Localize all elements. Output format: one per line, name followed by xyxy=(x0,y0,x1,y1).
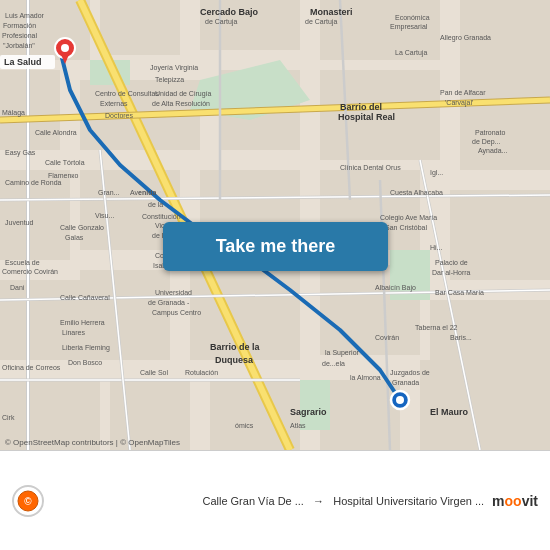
svg-text:Atlas: Atlas xyxy=(290,422,306,429)
map-container: Monasteri de Cartuja Cercado Bajo de Car… xyxy=(0,0,550,450)
svg-rect-16 xyxy=(430,300,550,380)
svg-text:Liberia Fleming: Liberia Fleming xyxy=(62,344,110,352)
svg-text:Pan de Alfacar: Pan de Alfacar xyxy=(440,89,486,96)
svg-text:Baris...: Baris... xyxy=(450,334,472,341)
svg-text:Málaga: Málaga xyxy=(2,109,25,117)
svg-text:Emilio Herrera: Emilio Herrera xyxy=(60,319,105,326)
svg-rect-1 xyxy=(0,0,90,60)
svg-text:Económica: Económica xyxy=(395,14,430,21)
svg-text:Doctores: Doctores xyxy=(105,112,134,119)
svg-text:Taberna el 22: Taberna el 22 xyxy=(415,324,458,331)
svg-text:Allegro Granada: Allegro Granada xyxy=(440,34,491,42)
svg-text:Monasteri: Monasteri xyxy=(310,7,353,17)
svg-text:© OpenStreetMap contributors |: © OpenStreetMap contributors | © OpenMap… xyxy=(5,438,180,447)
svg-text:Comercio Covirán: Comercio Covirán xyxy=(2,268,58,275)
svg-text:Don Bosco: Don Bosco xyxy=(68,359,102,366)
route-info: Calle Gran Vía De ... → Hospital Univers… xyxy=(52,495,484,507)
svg-text:Patronato: Patronato xyxy=(475,129,505,136)
svg-text:Igl...: Igl... xyxy=(430,169,443,177)
svg-text:Covirán: Covirán xyxy=(375,334,399,341)
svg-text:Centro de Consultas: Centro de Consultas xyxy=(95,90,159,97)
svg-text:Duquesa: Duquesa xyxy=(215,355,254,365)
svg-text:de Alta Resolución: de Alta Resolución xyxy=(152,100,210,107)
from-label: Calle Gran Vía De ... xyxy=(202,495,304,507)
svg-text:Rotulación: Rotulación xyxy=(185,369,218,376)
svg-point-142 xyxy=(396,396,404,404)
svg-text:Clínica Dental Orus: Clínica Dental Orus xyxy=(340,164,401,171)
svg-text:Avenida: Avenida xyxy=(130,189,156,196)
svg-text:Profesional: Profesional xyxy=(2,32,37,39)
svg-text:"Jorbalán": "Jorbalán" xyxy=(3,42,35,49)
svg-text:Easy Gas: Easy Gas xyxy=(5,149,36,157)
svg-text:Gran...: Gran... xyxy=(98,189,119,196)
to-label: Hospital Universitario Virgen ... xyxy=(333,495,484,507)
svg-text:Calle Cañaveral: Calle Cañaveral xyxy=(60,294,110,301)
svg-text:Formación: Formación xyxy=(3,22,36,29)
svg-text:Visu...: Visu... xyxy=(95,212,114,219)
svg-text:'Carvajal': 'Carvajal' xyxy=(445,99,473,107)
svg-text:Escuela de: Escuela de xyxy=(5,259,40,266)
svg-text:La Salud: La Salud xyxy=(4,57,42,67)
svg-text:de Cartuja: de Cartuja xyxy=(205,18,237,26)
svg-text:Palacio de: Palacio de xyxy=(435,259,468,266)
svg-text:Hospital Real: Hospital Real xyxy=(338,112,395,122)
svg-text:Calle Alondra: Calle Alondra xyxy=(35,129,77,136)
svg-text:Aynada...: Aynada... xyxy=(478,147,508,155)
moovit-logo: moovit xyxy=(492,493,538,509)
svg-text:Empresarial: Empresarial xyxy=(390,23,428,31)
bottom-bar: © Calle Gran Vía De ... → Hospital Unive… xyxy=(0,450,550,550)
svg-text:Juzgados de: Juzgados de xyxy=(390,369,430,377)
svg-text:Calle Sol: Calle Sol xyxy=(140,369,168,376)
svg-rect-14 xyxy=(460,70,550,170)
svg-point-134 xyxy=(61,44,69,52)
svg-text:de Granada -: de Granada - xyxy=(148,299,190,306)
svg-text:Juventud: Juventud xyxy=(5,219,34,226)
svg-text:la Almona: la Almona xyxy=(350,374,381,381)
svg-text:Bar Casa María: Bar Casa María xyxy=(435,289,484,296)
svg-text:Albaicín Bajo: Albaicín Bajo xyxy=(375,284,416,292)
svg-text:Sagrario: Sagrario xyxy=(290,407,327,417)
svg-text:Camino de Ronda: Camino de Ronda xyxy=(5,179,62,186)
svg-text:Galas: Galas xyxy=(65,234,84,241)
svg-text:©: © xyxy=(24,496,32,507)
svg-text:Campus Centro: Campus Centro xyxy=(152,309,201,317)
svg-text:de Dep...: de Dep... xyxy=(472,138,500,146)
svg-text:Universidad: Universidad xyxy=(155,289,192,296)
arrow: → xyxy=(313,495,324,507)
svg-text:Luis Amador: Luis Amador xyxy=(5,12,45,19)
svg-text:Externas: Externas xyxy=(100,100,128,107)
svg-text:Cuesta Alhacaba: Cuesta Alhacaba xyxy=(390,189,443,196)
svg-text:Telepizza: Telepizza xyxy=(155,76,184,84)
svg-text:Dar al-Horra: Dar al-Horra xyxy=(432,269,471,276)
svg-text:Barrio de la: Barrio de la xyxy=(210,342,261,352)
svg-text:Flamenко: Flamenко xyxy=(48,172,78,179)
svg-text:La Cartuja: La Cartuja xyxy=(395,49,427,57)
svg-text:Dani: Dani xyxy=(10,284,25,291)
svg-text:Hi...: Hi... xyxy=(430,244,443,251)
svg-text:Unidad de Cirugía: Unidad de Cirugía xyxy=(155,90,212,98)
svg-text:de...ela: de...ela xyxy=(322,360,345,367)
svg-text:Calle Tórtola: Calle Tórtola xyxy=(45,159,85,166)
svg-text:Granada: Granada xyxy=(392,379,419,386)
take-me-there-button[interactable]: Take me there xyxy=(163,222,388,271)
svg-text:la Superior: la Superior xyxy=(325,349,360,357)
svg-rect-15 xyxy=(450,190,550,280)
svg-text:Oficina de Correos: Oficina de Correos xyxy=(2,364,61,371)
svg-text:El Mauro: El Mauro xyxy=(430,407,469,417)
osm-logo: © xyxy=(12,485,44,517)
svg-text:Cercado Bajo: Cercado Bajo xyxy=(200,7,259,17)
svg-text:de Cartuja: de Cartuja xyxy=(305,18,337,26)
svg-text:de la: de la xyxy=(148,201,163,208)
svg-text:Barrio del: Barrio del xyxy=(340,102,382,112)
svg-text:Linares: Linares xyxy=(62,329,85,336)
svg-text:Joyería Virginia: Joyería Virginia xyxy=(150,64,198,72)
svg-text:Constitución: Constitución xyxy=(142,213,181,220)
svg-text:Colegio Ave María: Colegio Ave María xyxy=(380,214,437,222)
svg-text:Calle Gonzalo: Calle Gonzalo xyxy=(60,224,104,231)
svg-text:San Cristóbal: San Cristóbal xyxy=(385,224,427,231)
svg-rect-2 xyxy=(100,0,180,55)
svg-text:ómics: ómics xyxy=(235,422,254,429)
svg-text:Cirk: Cirk xyxy=(2,414,15,421)
